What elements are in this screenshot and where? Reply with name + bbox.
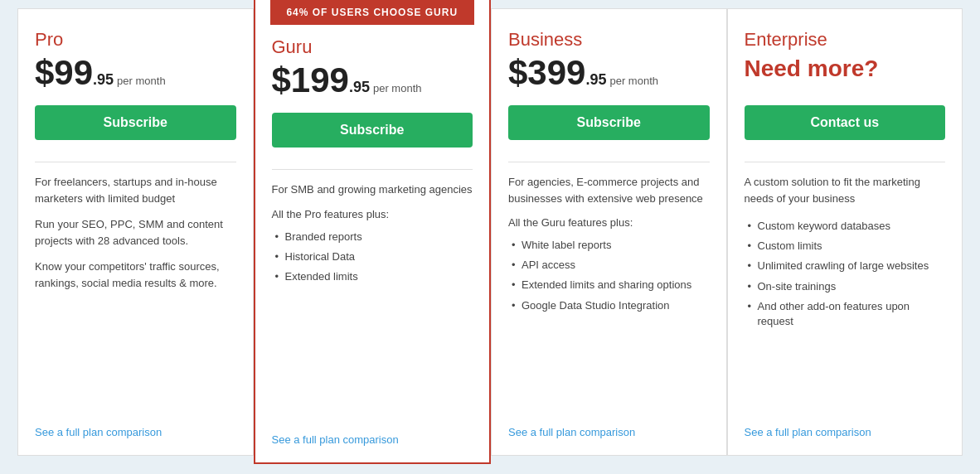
- featured-badge-guru: 64% OF USERS CHOOSE GURU: [270, 0, 475, 25]
- feature-business-3: Google Data Studio Integration: [508, 296, 710, 316]
- price-main-guru: $199: [272, 63, 349, 98]
- plan-card-enterprise: Enterprise Need more? Contact us A custo…: [727, 8, 963, 456]
- feature-enterprise-3: On-site trainings: [745, 277, 946, 297]
- features-list-guru: Branded reports Historical Data Extended…: [272, 227, 473, 288]
- see-full-link-guru[interactable]: See a full plan comparison: [272, 433, 473, 446]
- feature-enterprise-1: Custom limits: [745, 236, 946, 256]
- plan-description3-pro: Know your competitors' traffic sources, …: [35, 259, 236, 291]
- plan-description2-pro: Run your SEO, PPC, SMM and content proje…: [35, 216, 236, 249]
- plan-price-guru: $199 .95 per month: [272, 63, 473, 98]
- features-list-enterprise: Custom keyword databases Custom limits U…: [745, 216, 946, 331]
- feature-business-1: API access: [508, 255, 710, 275]
- see-full-link-pro[interactable]: See a full plan comparison: [35, 426, 236, 438]
- price-cents-business: .95: [585, 71, 606, 89]
- plan-description1-enterprise: A custom solution to fit the marketing n…: [745, 174, 946, 206]
- plan-description1-guru: For SMB and growing marketing agencies: [272, 181, 473, 198]
- features-intro-business: All the Guru features plus:: [508, 216, 710, 229]
- price-period-guru: per month: [373, 82, 422, 94]
- feature-enterprise-4: And other add-on features upon request: [745, 297, 946, 331]
- subscribe-button-guru[interactable]: Subscribe: [272, 113, 473, 148]
- feature-enterprise-0: Custom keyword databases: [745, 216, 946, 236]
- feature-business-2: Extended limits and sharing options: [508, 275, 710, 295]
- feature-business-0: White label reports: [508, 235, 710, 255]
- plan-price-pro: $99 .95 per month: [35, 56, 236, 90]
- need-more-enterprise: Need more?: [745, 56, 946, 82]
- price-cents-guru: .95: [349, 79, 370, 96]
- feature-guru-2: Extended limits: [272, 267, 473, 287]
- plan-card-guru: 64% OF USERS CHOOSE GURU Guru $199 .95 p…: [254, 0, 492, 464]
- pricing-container: Pro $99 .95 per month Subscribe For free…: [17, 8, 963, 464]
- price-period-pro: per month: [117, 75, 166, 87]
- price-period-business: per month: [609, 75, 658, 87]
- feature-guru-1: Historical Data: [272, 247, 473, 267]
- price-main-pro: $99: [35, 56, 93, 90]
- subscribe-button-pro[interactable]: Subscribe: [35, 105, 236, 140]
- plan-name-guru: Guru: [272, 36, 473, 58]
- feature-guru-0: Branded reports: [272, 227, 473, 247]
- price-main-business: $399: [508, 56, 585, 90]
- feature-enterprise-2: Unlimited crawling of large websites: [745, 256, 946, 276]
- plan-name-business: Business: [508, 29, 710, 51]
- features-list-business: White label reports API access Extended …: [508, 235, 710, 316]
- plan-price-business: $399 .95 per month: [508, 56, 710, 90]
- features-intro-guru: All the Pro features plus:: [272, 208, 473, 220]
- plan-name-enterprise: Enterprise: [745, 29, 946, 51]
- plan-description1-pro: For freelancers, startups and in-house m…: [35, 174, 236, 206]
- plan-card-business: Business $399 .95 per month Subscribe Fo…: [491, 8, 727, 456]
- see-full-link-business[interactable]: See a full plan comparison: [508, 426, 710, 438]
- plan-name-pro: Pro: [35, 29, 236, 51]
- see-full-link-enterprise[interactable]: See a full plan comparison: [745, 426, 946, 438]
- price-cents-pro: .95: [93, 71, 114, 89]
- subscribe-button-business[interactable]: Subscribe: [508, 105, 710, 140]
- plan-card-pro: Pro $99 .95 per month Subscribe For free…: [17, 8, 254, 456]
- plan-description1-business: For agencies, E-commerce projects and bu…: [508, 174, 710, 206]
- contact-button-enterprise[interactable]: Contact us: [745, 105, 946, 140]
